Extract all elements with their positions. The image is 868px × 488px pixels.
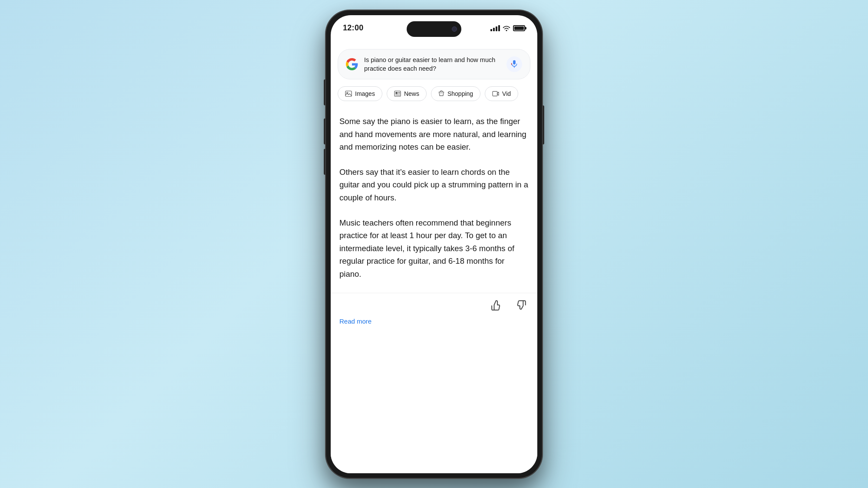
dynamic-island <box>407 21 461 37</box>
search-query-text: Is piano or guitar easier to learn and h… <box>364 56 500 73</box>
mic-icon <box>510 60 518 69</box>
answer-content: Some say the piano is easier to learn, a… <box>331 106 537 281</box>
wifi-icon <box>503 25 510 31</box>
chip-videos-label: Vid <box>502 90 511 97</box>
status-time: 12:00 <box>343 23 364 33</box>
chip-shopping[interactable]: Shopping <box>431 86 480 101</box>
thumbs-down-button[interactable] <box>513 298 529 313</box>
news-chip-icon <box>394 91 401 97</box>
chip-news-label: News <box>404 90 419 97</box>
answer-paragraph-2: Others say that it’s easier to learn cho… <box>339 166 529 204</box>
chip-news[interactable]: News <box>387 86 427 101</box>
phone-mockup: 12:00 <box>326 10 542 478</box>
chip-videos[interactable]: Vid <box>485 86 518 101</box>
chip-images[interactable]: Images <box>338 86 382 101</box>
videos-chip-icon <box>492 91 499 97</box>
screen-content: Is piano or guitar easier to learn and h… <box>331 41 537 473</box>
search-bar[interactable]: Is piano or guitar easier to learn and h… <box>338 49 530 80</box>
signal-icon <box>490 25 500 31</box>
svg-rect-1 <box>511 63 512 65</box>
thumbs-down-icon <box>515 300 526 311</box>
thumbs-up-button[interactable] <box>489 298 504 313</box>
thumbs-up-icon <box>491 300 502 311</box>
answer-paragraph-1: Some say the piano is easier to learn, a… <box>339 115 529 154</box>
shopping-chip-icon <box>438 90 444 97</box>
svg-rect-2 <box>345 91 352 96</box>
phone-screen: 12:00 <box>331 15 537 473</box>
battery-icon <box>513 25 525 31</box>
camera-indicator <box>452 26 457 32</box>
images-chip-icon <box>345 91 352 97</box>
svg-rect-11 <box>493 92 497 96</box>
filter-chips: Images News <box>331 85 537 106</box>
svg-rect-5 <box>395 92 398 94</box>
phone-frame: 12:00 <box>326 10 542 478</box>
feedback-bar <box>331 293 537 318</box>
chip-images-label: Images <box>355 90 375 97</box>
svg-point-9 <box>441 93 441 94</box>
google-logo <box>346 58 358 70</box>
mic-button[interactable] <box>506 56 522 72</box>
chip-shopping-label: Shopping <box>447 90 473 97</box>
svg-point-10 <box>442 93 443 94</box>
status-icons <box>490 25 525 31</box>
answer-paragraph-3: Music teachers often recommend that begi… <box>339 216 529 281</box>
read-more-link[interactable]: Read more <box>331 318 537 329</box>
svg-rect-0 <box>513 60 516 65</box>
